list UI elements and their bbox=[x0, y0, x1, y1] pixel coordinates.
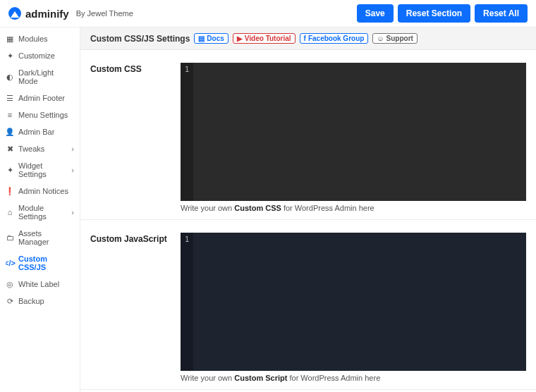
sidebar-item-modules[interactable]: ▦Modules bbox=[0, 30, 80, 47]
sidebar-item-theme-mode[interactable]: ◐Dark/Light Mode bbox=[0, 64, 80, 90]
custom-js-body: 1 Write your own Custom Script for WordP… bbox=[181, 233, 526, 382]
sidebar-label: Widget Settings bbox=[18, 161, 71, 178]
header-actions: Save Reset Section Reset All bbox=[357, 4, 528, 23]
sidebar-item-backup[interactable]: ⟳Backup bbox=[0, 293, 80, 310]
sidebar-label: Admin Notices bbox=[18, 187, 68, 195]
sidebar-label: Modules bbox=[18, 35, 48, 43]
sidebar-label: Assets Manager bbox=[18, 229, 74, 246]
sidebar-item-admin-footer[interactable]: ☰Admin Footer bbox=[0, 90, 80, 106]
custom-js-panel: Custom JavaScript 1 Write your own Custo… bbox=[80, 220, 536, 390]
reset-all-button[interactable]: Reset All bbox=[475, 4, 528, 23]
custom-css-hint: Write your own Custom CSS for WordPress … bbox=[181, 204, 526, 212]
sidebar-item-custom-css-js[interactable]: </>Custom CSS/JS bbox=[0, 250, 80, 276]
support-link[interactable]: ☺ Support bbox=[372, 33, 418, 44]
play-icon: ▶ bbox=[237, 35, 243, 42]
section-title: Custom CSS/JS Settings bbox=[90, 34, 190, 44]
line-number: 1 bbox=[185, 65, 190, 74]
custom-js-input[interactable] bbox=[193, 233, 526, 371]
custom-js-hint: Write your own Custom Script for WordPre… bbox=[181, 374, 526, 382]
sidebar: ▦Modules ✦Customize ◐Dark/Light Mode ☰Ad… bbox=[0, 27, 80, 392]
brand: adminify By Jewel Theme bbox=[8, 7, 133, 20]
chevron-right-icon: › bbox=[71, 145, 74, 153]
sidebar-label: Admin Footer bbox=[18, 94, 65, 102]
sidebar-label: Custom CSS/JS bbox=[18, 255, 74, 271]
sidebar-label: White Label bbox=[18, 280, 59, 288]
brand-byline: By Jewel Theme bbox=[76, 9, 133, 18]
sidebar-item-widget-settings[interactable]: ✦Widget Settings › bbox=[0, 157, 80, 183]
custom-css-panel: Custom CSS 1 Write your own Custom CSS f… bbox=[80, 50, 536, 220]
chip-label: Support bbox=[386, 35, 413, 42]
logo-icon bbox=[8, 7, 21, 20]
facebook-group-link[interactable]: f Facebook Group bbox=[300, 33, 369, 44]
custom-js-editor[interactable]: 1 bbox=[181, 233, 526, 371]
menu-icon: ≡ bbox=[6, 111, 14, 119]
tweaks-icon: ✖ bbox=[6, 145, 14, 153]
admin-bar-icon: 👤 bbox=[6, 128, 14, 136]
theme-mode-icon: ◐ bbox=[6, 73, 14, 81]
line-number: 1 bbox=[185, 235, 190, 244]
modules-icon: ▦ bbox=[6, 35, 14, 43]
line-gutter: 1 bbox=[181, 63, 193, 201]
facebook-icon: f bbox=[304, 35, 306, 42]
app-layout: ▦Modules ✦Customize ◐Dark/Light Mode ☰Ad… bbox=[0, 27, 536, 392]
docs-link[interactable]: ▤ Docs bbox=[194, 33, 228, 44]
chevron-right-icon: › bbox=[71, 166, 74, 174]
sidebar-item-module-settings[interactable]: ⌂Module Settings › bbox=[0, 200, 80, 225]
hint-text: for WordPress Admin here bbox=[287, 374, 380, 382]
sidebar-item-tweaks[interactable]: ✖Tweaks › bbox=[0, 140, 80, 157]
code-icon: </> bbox=[6, 259, 14, 267]
hint-bold: Custom Script bbox=[234, 374, 287, 382]
brand-name: adminify bbox=[25, 8, 69, 20]
white-label-icon: ◎ bbox=[6, 280, 14, 288]
book-icon: ▤ bbox=[198, 35, 205, 42]
module-settings-icon: ⌂ bbox=[6, 208, 14, 216]
sidebar-label: Tweaks bbox=[18, 145, 44, 153]
app-header: adminify By Jewel Theme Save Reset Secti… bbox=[0, 0, 536, 27]
hint-bold: Custom CSS bbox=[234, 204, 281, 212]
footer-icon: ☰ bbox=[6, 94, 14, 102]
custom-js-label: Custom JavaScript bbox=[90, 233, 175, 382]
assets-icon: 🗀 bbox=[6, 233, 14, 242]
section-header: Custom CSS/JS Settings ▤ Docs ▶ Video Tu… bbox=[80, 27, 536, 50]
chevron-right-icon: › bbox=[71, 208, 74, 216]
sidebar-item-assets-manager[interactable]: 🗀Assets Manager bbox=[0, 225, 80, 250]
hint-text: Write your own bbox=[181, 204, 234, 212]
custom-css-label: Custom CSS bbox=[90, 63, 175, 212]
widget-icon: ✦ bbox=[6, 166, 14, 174]
line-gutter: 1 bbox=[181, 233, 193, 371]
hint-text: for WordPress Admin here bbox=[281, 204, 374, 212]
sidebar-label: Menu Settings bbox=[18, 111, 68, 119]
chip-label: Facebook Group bbox=[308, 35, 364, 42]
hint-text: Write your own bbox=[181, 374, 234, 382]
sidebar-label: Module Settings bbox=[18, 204, 71, 221]
sidebar-item-admin-bar[interactable]: 👤Admin Bar bbox=[0, 123, 80, 140]
support-icon: ☺ bbox=[377, 35, 384, 42]
sidebar-item-customize[interactable]: ✦Customize bbox=[0, 47, 80, 64]
reset-section-button[interactable]: Reset Section bbox=[398, 4, 470, 23]
notices-icon: ❗ bbox=[6, 187, 14, 195]
sidebar-item-white-label[interactable]: ◎White Label bbox=[0, 276, 80, 293]
sidebar-item-admin-notices[interactable]: ❗Admin Notices bbox=[0, 183, 80, 200]
backup-icon: ⟳ bbox=[6, 297, 14, 305]
custom-css-input[interactable] bbox=[193, 63, 526, 201]
custom-css-body: 1 Write your own Custom CSS for WordPres… bbox=[181, 63, 526, 212]
main-content: Custom CSS/JS Settings ▤ Docs ▶ Video Tu… bbox=[80, 27, 536, 392]
sidebar-label: Customize bbox=[18, 51, 55, 60]
custom-css-editor[interactable]: 1 bbox=[181, 63, 526, 201]
chip-label: Docs bbox=[207, 35, 224, 42]
video-tutorial-link[interactable]: ▶ Video Tutorial bbox=[233, 33, 296, 44]
chip-label: Video Tutorial bbox=[245, 35, 291, 42]
save-button[interactable]: Save bbox=[357, 4, 394, 23]
customize-icon: ✦ bbox=[6, 51, 14, 60]
sidebar-label: Backup bbox=[18, 297, 44, 305]
sidebar-label: Admin Bar bbox=[18, 128, 54, 136]
sidebar-item-menu-settings[interactable]: ≡Menu Settings bbox=[0, 106, 80, 123]
sidebar-label: Dark/Light Mode bbox=[18, 68, 74, 85]
